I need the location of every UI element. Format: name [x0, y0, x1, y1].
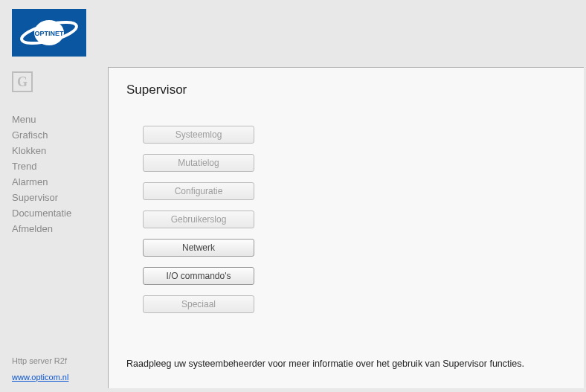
- vendor-link[interactable]: www.opticom.nl: [12, 373, 68, 382]
- nav-menu[interactable]: Menu: [12, 113, 108, 126]
- nav-trend[interactable]: Trend: [12, 160, 108, 173]
- io-commandos-button[interactable]: I/O commando's: [143, 267, 254, 285]
- g-letter: G: [17, 74, 28, 90]
- nav-alarmen[interactable]: Alarmen: [12, 176, 108, 189]
- svg-text:OPTINET: OPTINET: [34, 30, 64, 37]
- info-text: Raadpleeg uw systeembeheerder voor meer …: [126, 359, 524, 369]
- sidebar: OPTINET G Menu Grafisch Klokken Trend Al…: [0, 0, 108, 392]
- logo: OPTINET: [12, 9, 86, 57]
- nav-klokken[interactable]: Klokken: [12, 144, 108, 158]
- nav-afmelden[interactable]: Afmelden: [12, 222, 108, 236]
- planet-logo-icon: OPTINET: [16, 14, 83, 51]
- netwerk-button[interactable]: Netwerk: [143, 239, 254, 257]
- systeemlog-button: Systeemlog: [143, 126, 254, 144]
- mutatielog-button: Mutatielog: [143, 154, 254, 172]
- button-column: Systeemlog Mutatielog Configuratie Gebru…: [143, 126, 566, 313]
- nav-grafisch[interactable]: Grafisch: [12, 129, 108, 142]
- main-nav: Menu Grafisch Klokken Trend Alarmen Supe…: [12, 113, 108, 236]
- supervisor-panel: Supervisor Systeemlog Mutatielog Configu…: [108, 67, 584, 388]
- graphics-mode-icon[interactable]: G: [12, 71, 33, 92]
- configuratie-button: Configuratie: [143, 182, 254, 200]
- main: Supervisor Systeemlog Mutatielog Configu…: [108, 0, 586, 392]
- nav-documentatie[interactable]: Documentatie: [12, 207, 108, 220]
- speciaal-button: Speciaal: [143, 295, 254, 313]
- sidebar-footer: Http server R2f www.opticom.nl: [12, 356, 108, 392]
- server-version: Http server R2f: [12, 356, 108, 365]
- nav-supervisor[interactable]: Supervisor: [12, 191, 108, 205]
- page-title: Supervisor: [126, 83, 566, 97]
- gebruikerslog-button: Gebruikerslog: [143, 211, 254, 228]
